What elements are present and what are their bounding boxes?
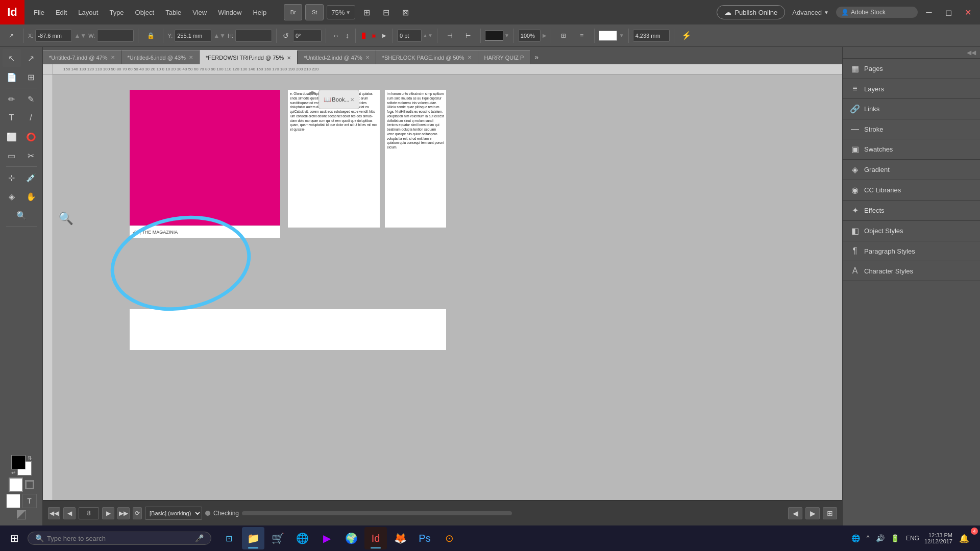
text-align-btn[interactable]: ≡ xyxy=(574,28,590,44)
rotate-icon[interactable]: ↺ xyxy=(281,31,291,41)
fill-mode-swatch[interactable] xyxy=(9,478,23,492)
direct-select-tool[interactable]: ↗ xyxy=(22,49,40,67)
stock-search[interactable]: 👤 Adobe Stock xyxy=(836,7,918,18)
layout-btn[interactable]: ⊠ xyxy=(397,4,413,20)
panel-character-styles[interactable]: A Character Styles xyxy=(843,261,980,281)
tab-overflow-btn[interactable]: » xyxy=(530,50,543,64)
menu-type[interactable]: Type xyxy=(104,7,129,18)
close-tab-untitled7[interactable]: ✕ xyxy=(111,55,115,60)
zoom-tool[interactable]: 🔍 xyxy=(12,206,31,224)
panel-object-styles[interactable]: ◧ Object Styles xyxy=(843,221,980,241)
text-frame-1[interactable]: e. Olora dusapit apitium eum solo imusda… xyxy=(288,90,380,228)
x-input[interactable] xyxy=(35,30,72,42)
magenta-rectangle[interactable] xyxy=(130,90,280,228)
taskbar-browser2[interactable]: 🌍 xyxy=(340,527,362,549)
advanced-dropdown[interactable]: Advanced ▼ xyxy=(788,7,833,18)
nav-last-btn[interactable]: ▶▶ xyxy=(117,507,130,519)
tab-harryquiz[interactable]: HARRY QUIZ P xyxy=(478,50,531,64)
rect-frame-tool[interactable]: ⬜ xyxy=(3,128,21,146)
zoom-magnifier[interactable]: 🔍 xyxy=(58,211,74,226)
panel-stroke[interactable]: — Stroke xyxy=(843,119,980,139)
tab-ferdowsi[interactable]: *FERDOWSI TRIP.indd @ 75% ✕ xyxy=(200,50,298,64)
normal-mode-btn[interactable] xyxy=(6,494,20,508)
none-swatch[interactable] xyxy=(17,510,26,519)
stroke-icon[interactable]: ▣ xyxy=(370,32,378,39)
start-button[interactable]: ⊞ xyxy=(3,527,26,549)
eyedropper-tool[interactable]: 💉 xyxy=(22,168,40,187)
constrain-btn[interactable]: 🔒 xyxy=(142,28,159,44)
taskbar-chrome[interactable]: 🌐 xyxy=(291,527,313,549)
taskbar-media[interactable]: ▶ xyxy=(315,527,338,549)
taskbar-search[interactable]: 🔍 Type here to search 🎤 xyxy=(28,532,211,545)
grid-view-btn[interactable]: ⊞ xyxy=(823,507,837,519)
panel-cc-libraries[interactable]: ◉ CC Libraries xyxy=(843,180,980,201)
close-btn[interactable]: ✕ xyxy=(960,4,976,20)
battery-icon[interactable]: 🔋 xyxy=(889,533,901,543)
pencil-tool[interactable]: ✎ xyxy=(22,90,40,108)
menu-view[interactable]: View xyxy=(187,7,212,18)
bridge-btn[interactable]: Br xyxy=(284,4,302,20)
zoom-value[interactable]: 75% xyxy=(331,9,345,16)
system-clock[interactable]: 12:33 PM 12/12/2017 xyxy=(924,532,952,544)
dimension-input[interactable] xyxy=(633,30,670,42)
stroke-mode-swatch[interactable] xyxy=(25,480,34,489)
close-tab-untitled6[interactable]: ✕ xyxy=(189,55,193,60)
taskbar-photoshop[interactable]: Ps xyxy=(413,527,436,549)
ellipse-frame-tool[interactable]: ⭕ xyxy=(22,128,40,146)
style-dropdown[interactable]: [Basic] (working) xyxy=(145,507,202,520)
minimize-btn[interactable]: ─ xyxy=(921,4,937,20)
pen-tool[interactable]: ✏ xyxy=(3,90,21,108)
panel-gradient[interactable]: ◈ Gradient xyxy=(843,160,980,180)
tab-sherlock[interactable]: *SHERLOCK PAGE.indd @ 50% ✕ xyxy=(376,50,478,64)
line-tool[interactable]: / xyxy=(22,109,40,127)
panel-arrows[interactable]: ◀▶ xyxy=(308,90,316,95)
menu-edit[interactable]: Edit xyxy=(51,7,72,18)
chevron-up-icon[interactable]: ^ xyxy=(865,533,871,543)
page-tool[interactable]: 📄 xyxy=(3,68,21,86)
taskbar-store[interactable]: 🛒 xyxy=(266,527,289,549)
nav-prev-btn[interactable]: ◀ xyxy=(63,507,76,519)
panel-pages[interactable]: ▦ Pages xyxy=(843,59,980,79)
reset-colors-icon[interactable]: ↩ xyxy=(11,470,15,475)
text-frame-2[interactable]: im harum unto vitissincim simp apitium e… xyxy=(385,90,446,228)
arrange-btn[interactable]: ⊟ xyxy=(378,4,394,20)
panel-close[interactable]: ✕ xyxy=(350,97,354,103)
scissors-tool[interactable]: ✂ xyxy=(22,146,40,165)
nav-first-btn[interactable]: ◀◀ xyxy=(48,507,60,519)
notification-btn[interactable]: 🔔 4 xyxy=(955,530,973,547)
panel-links[interactable]: 🔗 Links xyxy=(843,99,980,119)
gap-tool[interactable]: ⊞ xyxy=(22,68,40,86)
network-icon[interactable]: 🌐 xyxy=(850,533,862,543)
foreground-color-swatch[interactable] xyxy=(11,455,26,469)
auto-correct-btn[interactable]: ⚡ xyxy=(678,28,695,44)
tab-untitled6[interactable]: *Untitled-6.indd @ 43% ✕ xyxy=(121,50,200,64)
panel-effects[interactable]: ✦ Effects xyxy=(843,201,980,221)
publish-online-button[interactable]: ☁ Publish Online xyxy=(717,5,785,19)
taskbar-indesign[interactable]: Id xyxy=(364,527,387,549)
h-input[interactable] xyxy=(235,30,272,42)
close-tab-ferdowsi[interactable]: ✕ xyxy=(287,55,291,61)
menu-layout[interactable]: Layout xyxy=(73,7,103,18)
opacity-input[interactable] xyxy=(518,30,541,42)
fill-icon[interactable]: █ xyxy=(360,32,368,39)
page-actions-btn[interactable]: ⟳ xyxy=(133,507,142,519)
opacity-arrow[interactable]: ▶ xyxy=(543,33,547,38)
stroke-arrow[interactable]: ▶ xyxy=(380,32,388,39)
panel-collapse-btn[interactable]: ◀◀ xyxy=(967,49,976,56)
prev-spread-btn[interactable]: ◀ xyxy=(788,507,802,519)
free-transform-tool[interactable]: ⊹ xyxy=(3,168,21,187)
page-number-input[interactable] xyxy=(79,507,99,519)
stroke-value-input[interactable] xyxy=(397,30,422,42)
align-center-btn[interactable]: ⊢ xyxy=(460,28,476,44)
menu-object[interactable]: Object xyxy=(130,7,160,18)
transform-icon[interactable]: ↗ xyxy=(3,28,19,44)
container-mode-btn[interactable]: T xyxy=(22,494,37,508)
menu-table[interactable]: Table xyxy=(160,7,186,18)
microphone-icon[interactable]: 🎤 xyxy=(195,534,204,542)
panel-swatches[interactable]: ▣ Swatches xyxy=(843,139,980,160)
close-tab-untitled2[interactable]: ✕ xyxy=(365,55,370,60)
panel-paragraph-styles[interactable]: ¶ Paragraph Styles xyxy=(843,241,980,261)
selection-tool[interactable]: ↖ xyxy=(3,49,21,67)
rect-tool[interactable]: ▭ xyxy=(3,146,21,165)
rotation-input[interactable] xyxy=(293,30,322,42)
